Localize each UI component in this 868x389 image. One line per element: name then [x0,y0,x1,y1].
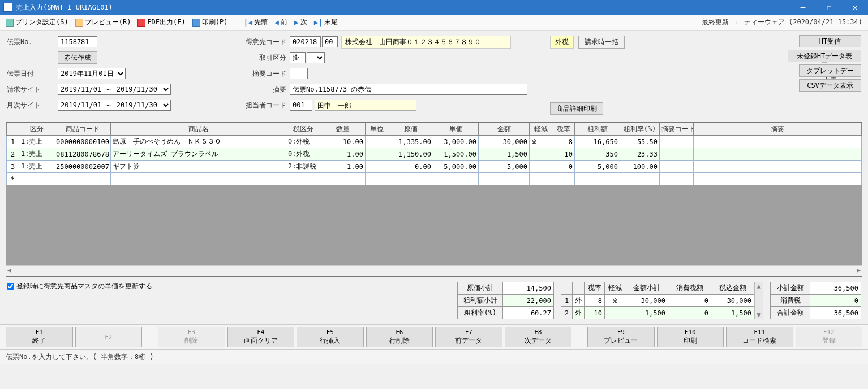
grid-header[interactable]: 粗利率(%) [620,123,660,136]
summary-code-input[interactable] [290,68,308,79]
grid-header[interactable]: 摘要コード [660,123,694,136]
update-price-checkbox[interactable] [7,283,14,290]
preview-button[interactable]: プレビュー(R) [73,16,134,28]
grid-header[interactable]: 区分 [19,123,54,136]
print-button[interactable]: 印刷(P) [190,16,230,28]
window-title: 売上入力(SMWT_I_URIAGE01) [16,3,113,12]
last-updated-label: 最終更新 ： ティーウェア (2020/04/21 15:34) [342,18,865,27]
deal-type-select[interactable] [307,52,325,63]
bill-site-select[interactable]: 2019/11/01 ～ 2019/11/30 [58,84,171,95]
pdf-icon [137,19,145,27]
app-icon [3,3,12,12]
slip-no-input[interactable] [58,36,97,47]
prev-icon: ◀ [274,18,279,27]
update-price-label: 登録時に得意先商品マスタの単価を更新する [16,282,152,291]
tax-scrollbar[interactable]: ▲▼ [754,282,763,319]
grid-header[interactable]: 単価 [433,123,479,136]
table-row-new[interactable]: * [7,173,862,185]
fkey-f9[interactable]: F9プレビュー [587,327,655,347]
staff-code-label: 担当者コード [227,101,290,110]
summary-code-label: 摘要コード [227,69,290,79]
customer-code-label: 得意先コード [227,37,290,47]
nav-last-button[interactable]: ▶|末尾 [312,16,341,28]
deal-type-input[interactable] [290,52,306,63]
fkey-f3: F3削除 [158,327,225,347]
fkey-f11[interactable]: F11コード検索 [726,327,793,347]
grid-header[interactable]: 金額 [479,123,530,136]
summary-label: 摘要 [227,85,290,94]
staff-code-input[interactable] [290,100,312,111]
grid-header[interactable]: 税率 [552,123,575,136]
grid-header[interactable]: 商品コード [54,123,111,136]
summary-input[interactable] [290,84,527,95]
nav-next-button[interactable]: ▶次 [292,16,310,28]
make-red-slip-button[interactable]: 赤伝作成 [58,51,97,64]
nav-first-button[interactable]: |◀先頭 [241,16,270,28]
printer-icon [6,19,14,27]
ht-unregistered-button[interactable]: 未登録HTデータ表示 [788,50,861,62]
fkey-f4[interactable]: F4画面クリア [227,327,295,347]
table-row[interactable]: 11:売上0000000000100島原 手のべそうめん ＮＫＳ３０0:外税10… [7,136,862,148]
fkey-f2: F2 [75,327,143,347]
totals-cost-block: 原価小計14,500 粗利額小計22,000 粗利率(%)60.27 [457,282,554,319]
slip-no-label: 伝票No. [7,37,58,47]
form-area: 伝票No. 赤伝作成 伝票日付 2019年11月01日 請求サイト 2019/1… [0,31,868,122]
slip-date-select[interactable]: 2019年11月01日 [58,68,126,79]
bill-site-label: 請求サイト [7,85,58,94]
maximize-button[interactable]: ☐ [816,0,842,15]
grid-header[interactable]: 数量 [320,123,366,136]
grid-header[interactable]: 摘要 [694,123,862,136]
grid-horizontal-scrollbar[interactable] [6,265,862,276]
fkey-f10[interactable]: F10印刷 [657,327,724,347]
preview-icon [75,19,83,27]
pdf-export-button[interactable]: PDF出力(F) [135,16,187,28]
minimize-button[interactable]: ─ [790,0,816,15]
fkey-f5[interactable]: F5行挿入 [297,327,364,347]
totals-tax-block: 税率軽減金額小計消費税額税込金額1外8※30,000030,0002外101,5… [561,282,763,319]
deal-type-label: 取引区分 [227,53,290,63]
tablet-data-button[interactable]: タブレットデータ表 [799,64,861,77]
totals-grand-block: 小計金額36,500 消費税0 合計金額36,500 [770,282,861,319]
fkey-f6[interactable]: F6行削除 [366,327,433,347]
grid-header[interactable]: 商品名 [111,123,286,136]
grid-header[interactable] [7,123,19,136]
ht-receive-button[interactable]: HT受信 [799,35,861,47]
detail-print-button[interactable]: 商品詳細印刷 [550,102,603,115]
last-icon: ▶| [314,18,323,27]
tax-type-tag: 外税 [550,36,574,49]
detail-grid[interactable]: 区分商品コード商品名税区分数量単位原価単価金額軽減税率粗利額粗利率(%)摘要コー… [6,122,862,277]
nav-prev-button[interactable]: ◀前 [272,16,290,28]
first-icon: |◀ [243,18,252,27]
csv-data-button[interactable]: CSVデータ表示 [799,79,861,92]
toolbar: プリンタ設定(S) プレビュー(R) PDF出力(F) 印刷(P) |◀先頭 ◀… [0,15,868,31]
billing-type-tag: 請求時一括 [578,36,625,49]
grid-header[interactable]: 粗利額 [575,123,620,136]
fkey-f7[interactable]: F7前データ [435,327,502,347]
grid-header[interactable]: 原価 [388,123,433,136]
function-key-bar: F1終了F2F3削除F4画面クリアF5行挿入F6行削除F7前データF8次データF… [0,324,868,349]
customer-name-display: 株式会社 山田商事０１２３４５６７８９０ [341,36,511,49]
table-row[interactable]: 21:売上0811280078678アーリータイムズ ブラウンラベル0:外税1.… [7,148,862,161]
month-site-label: 月次サイト [7,101,58,110]
grid-header[interactable]: 単位 [366,123,388,136]
fkey-f1[interactable]: F1終了 [6,327,73,347]
printer-settings-button[interactable]: プリンタ設定(S) [3,16,71,28]
print-icon [192,19,200,27]
fkey-f12: F12登録 [796,327,863,347]
customer-code-input[interactable] [290,36,321,47]
month-site-select[interactable]: 2019/11/01 ～ 2019/11/30 [58,100,171,111]
window-titlebar: 売上入力(SMWT_I_URIAGE01) ─ ☐ ✕ [0,0,868,15]
grid-header[interactable]: 税区分 [286,123,320,136]
grid-header[interactable]: 軽減 [530,123,552,136]
slip-date-label: 伝票日付 [7,69,58,79]
staff-name-display: 田中 一郎 [315,100,416,111]
close-button[interactable]: ✕ [842,0,868,15]
next-icon: ▶ [294,18,299,27]
status-bar: 伝票No.を入力して下さい。( 半角数字：8桁 ) [0,349,868,364]
customer-subcode-input[interactable] [322,36,338,47]
fkey-f8[interactable]: F8次データ [505,327,572,347]
table-row[interactable]: 31:売上2500000002007ギフト券2:非課税1.000.005,000… [7,161,862,173]
